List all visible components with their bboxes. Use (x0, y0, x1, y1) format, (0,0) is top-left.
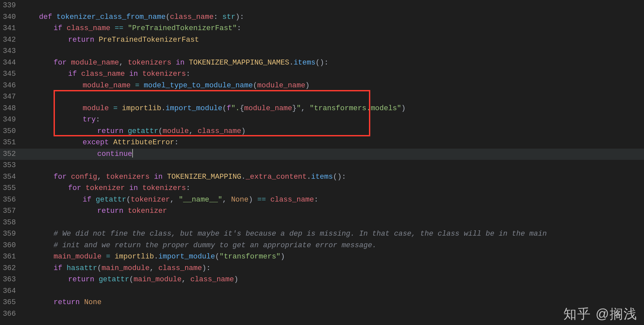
code-content[interactable]: main_module = importlib.import_module("t… (54, 251, 644, 263)
code-content[interactable]: module_name = model_type_to_module_name(… (83, 80, 644, 92)
code-line[interactable]: 351except AttributeError: (0, 137, 644, 149)
token-ident: main_module (54, 253, 101, 261)
token-pn: : (214, 13, 222, 21)
token-pn: . (289, 59, 294, 67)
token-kw: return (97, 207, 128, 215)
token-pn: , (119, 59, 128, 67)
token-kw: in (125, 70, 142, 78)
line-number: 343 (0, 46, 24, 57)
code-line[interactable]: 344for module_name, tokenizers in TOKENI… (0, 57, 644, 69)
token-builtin: str (222, 13, 236, 21)
token-pn: ( (166, 13, 170, 21)
token-ident: _extra_content (246, 173, 307, 181)
code-line[interactable]: 360# init and we return the proper dummy… (0, 240, 644, 252)
code-line[interactable]: 353 (0, 160, 644, 171)
line-number: 342 (0, 34, 24, 46)
token-none: None (84, 298, 101, 306)
code-content[interactable]: continue (97, 149, 644, 160)
code-content[interactable]: if getattr(tokenizer, "__name__", None) … (83, 194, 644, 206)
code-line[interactable]: 341if class_name == "PreTrainedTokenizer… (0, 23, 644, 34)
code-line[interactable]: 346module_name = model_type_to_module_na… (0, 80, 644, 92)
code-content[interactable]: except AttributeError: (83, 137, 644, 149)
code-line[interactable]: 358 (0, 217, 644, 229)
code-line[interactable]: 340def tokenizer_class_from_name(class_n… (0, 12, 644, 23)
token-pn: . (161, 104, 166, 113)
token-call: import_module (166, 104, 222, 113)
code-line[interactable]: 348module = importlib.import_module(f".{… (0, 103, 644, 115)
code-content[interactable]: if class_name in tokenizers: (68, 69, 644, 80)
token-pn: ) (401, 104, 406, 113)
code-content[interactable]: return getattr(main_module, class_name) (68, 274, 644, 286)
code-line[interactable]: 359# We did not fine the class, but mayb… (0, 228, 644, 240)
token-pn: , (222, 196, 231, 204)
code-content[interactable]: return getattr(module, class_name) (97, 126, 644, 137)
token-pn: ( (129, 275, 134, 284)
token-ident: module_name (257, 81, 305, 90)
token-fn: tokenizer_class_from_name (57, 13, 166, 21)
token-ident: class_name (81, 70, 125, 78)
token-pn: . (154, 253, 158, 261)
token-kw: return (97, 127, 128, 135)
code-line[interactable]: 350return getattr(module, class_name) (0, 126, 644, 137)
line-number: 360 (0, 240, 24, 252)
code-editor[interactable]: 339340def tokenizer_class_from_name(clas… (0, 0, 644, 325)
token-str: "__name__" (179, 196, 222, 204)
token-pn (123, 24, 128, 32)
token-ident: module (163, 127, 189, 135)
token-pn (110, 253, 115, 261)
token-pn: ( (97, 264, 101, 272)
code-content[interactable]: # We did not fine the class, but maybe i… (54, 228, 644, 240)
code-content[interactable]: if class_name == "PreTrainedTokenizerFas… (54, 23, 644, 34)
code-content[interactable]: for tokenizer in tokenizers: (68, 183, 644, 194)
token-kw: in (125, 184, 142, 192)
code-content[interactable]: for config, tokenizers in TOKENIZER_MAPP… (54, 171, 644, 183)
code-content[interactable]: module = importlib.import_module(f".{mod… (83, 103, 644, 115)
code-line[interactable]: 345if class_name in tokenizers: (0, 69, 644, 80)
line-number: 340 (0, 12, 24, 23)
code-line[interactable]: 364 (0, 286, 644, 297)
code-line[interactable]: 342return PreTrainedTokenizerFast (0, 34, 644, 46)
code-content[interactable]: try: (83, 114, 644, 126)
token-ident: tokenizers (142, 184, 186, 192)
token-kw: return (68, 275, 99, 284)
code-content[interactable]: for module_name, tokenizers in TOKENIZER… (54, 57, 644, 69)
code-line[interactable]: 363return getattr(main_module, class_nam… (0, 274, 644, 286)
token-param: class_name (170, 13, 214, 21)
code-content[interactable]: return PreTrainedTokenizerFast (68, 34, 644, 46)
token-kw: return (68, 36, 99, 44)
code-content[interactable]: # init and we return the proper dummy to… (54, 240, 644, 252)
code-line[interactable]: 366 (0, 308, 644, 320)
code-line[interactable]: 355for tokenizer in tokenizers: (0, 183, 644, 194)
code-content[interactable]: if hasattr(main_module, class_name): (54, 263, 644, 274)
line-number: 354 (0, 171, 24, 183)
token-str: " (297, 104, 301, 113)
line-number: 346 (0, 80, 24, 92)
line-number: 339 (0, 0, 24, 12)
code-line[interactable]: 349try: (0, 114, 644, 126)
code-line[interactable]: 352continue (0, 149, 644, 160)
token-ident: module_name (244, 104, 292, 113)
code-line[interactable]: 339 (0, 0, 644, 12)
token-op: = (135, 81, 139, 90)
token-ident: tokenizers (106, 173, 149, 181)
code-line[interactable]: 357return tokenizer (0, 206, 644, 217)
token-pn: ) (249, 196, 257, 204)
token-pn (109, 104, 113, 113)
code-content[interactable]: def tokenizer_class_from_name(class_name… (39, 12, 644, 23)
code-line[interactable]: 362if hasattr(main_module, class_name): (0, 263, 644, 274)
code-line[interactable]: 365return None (0, 297, 644, 308)
token-kw: continue (97, 150, 132, 158)
code-content[interactable]: return tokenizer (97, 206, 644, 217)
code-line[interactable]: 361main_module = importlib.import_module… (0, 251, 644, 263)
code-line[interactable]: 343 (0, 46, 644, 57)
code-line[interactable]: 356if getattr(tokenizer, "__name__", Non… (0, 194, 644, 206)
code-line[interactable]: 354for config, tokenizers in TOKENIZER_M… (0, 171, 644, 183)
code-line[interactable]: 347 (0, 91, 644, 103)
line-number: 363 (0, 274, 24, 286)
token-ident: tokenizers (142, 70, 186, 78)
token-pn: ) (305, 81, 309, 90)
line-number: 361 (0, 251, 24, 263)
code-content[interactable]: return None (54, 297, 644, 308)
token-ident: class_name (67, 24, 110, 32)
line-number: 355 (0, 183, 24, 194)
